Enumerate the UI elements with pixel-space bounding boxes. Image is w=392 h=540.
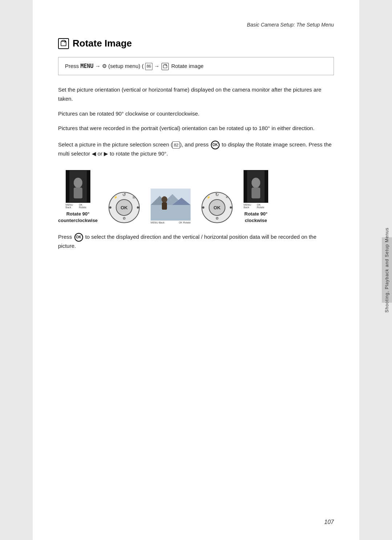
or-text: or xyxy=(98,150,102,157)
svg-rect-24 xyxy=(162,202,167,210)
image-group-2: ↺ ⚡ OK ✿ ⊞ xyxy=(108,191,140,224)
setup-text: (setup menu) ( xyxy=(108,63,144,69)
right-arrow: ▶ xyxy=(104,150,108,157)
footer-back-5: MENU Back xyxy=(244,203,257,209)
svg-point-27 xyxy=(202,206,204,209)
arrow2: → xyxy=(154,63,161,69)
footer-rotate-1: OK Rotate xyxy=(79,203,90,209)
ok-button-icon: OK xyxy=(211,141,220,149)
image-group-5: MENU Back OK Rotate Rotate 90° clockwise xyxy=(244,170,268,224)
svg-text:✿: ✿ xyxy=(123,216,126,220)
select-page-ref: 82 xyxy=(172,141,180,149)
press-ok-text2: to select the displayed direction and th… xyxy=(58,234,317,249)
press-ok-paragraph: Press OK to select the displayed directi… xyxy=(58,233,334,251)
image-group-1: MENU Back OK Rotate Rotate 90° countercl… xyxy=(58,170,98,224)
svg-point-4 xyxy=(74,178,82,188)
page-header: Basic Camera Setup: The Setup Menu xyxy=(58,22,334,28)
svg-rect-7 xyxy=(87,170,90,203)
svg-rect-6 xyxy=(66,170,69,203)
select-text-2: ), and press xyxy=(180,141,208,148)
svg-text:OK: OK xyxy=(213,205,221,210)
label-cw: Rotate 90° clockwise xyxy=(244,211,268,224)
footer-5: MENU Back OK Rotate xyxy=(244,203,268,209)
menu-keyword: MENU xyxy=(81,63,94,69)
sidebar-tab-text: Shooting, Playback and Setup Menus xyxy=(384,227,389,313)
feature-text: Rotate image xyxy=(171,63,204,69)
portrait-left-image xyxy=(66,170,90,203)
svg-text:↺: ↺ xyxy=(122,192,126,197)
feature-icon-inline xyxy=(162,63,169,70)
press-label: Press xyxy=(65,63,79,69)
section-title: Rotate Image xyxy=(58,38,334,49)
images-row: MENU Back OK Rotate Rotate 90° countercl… xyxy=(58,170,334,224)
svg-rect-38 xyxy=(244,170,247,203)
svg-point-28 xyxy=(230,206,232,209)
label-cw-line2: clockwise xyxy=(245,218,267,223)
press-ok-text1: Press xyxy=(58,234,72,240)
footer-rotate-5: OK Rotate xyxy=(257,203,268,209)
ok-circle-btn: OK xyxy=(74,233,83,242)
page-ref: 86 xyxy=(145,63,152,70)
svg-text:⚡: ⚡ xyxy=(114,195,118,200)
left-arrow: ◀ xyxy=(92,150,96,157)
select-text-1: Select a picture in the picture selectio… xyxy=(58,141,172,148)
page-number: 107 xyxy=(324,519,334,525)
rotate-image-icon xyxy=(58,38,69,49)
label-cw-line1: Rotate 90° xyxy=(244,211,268,217)
select-paragraph: Select a picture in the picture selectio… xyxy=(58,140,334,158)
svg-rect-39 xyxy=(265,170,268,203)
body-paragraph-3: Pictures that were recorded in the portr… xyxy=(58,124,334,133)
footer-1: MENU Back OK Rotate xyxy=(66,203,90,209)
svg-point-23 xyxy=(162,196,167,203)
landscape-image xyxy=(151,189,191,221)
svg-text:⚡: ⚡ xyxy=(207,195,211,200)
svg-text:✿: ✿ xyxy=(216,216,219,220)
svg-rect-22 xyxy=(151,205,191,221)
svg-point-11 xyxy=(137,206,139,209)
svg-point-36 xyxy=(252,178,260,188)
sidebar-tab: Shooting, Playback and Setup Menus xyxy=(382,237,392,303)
header-title-text: Basic Camera Setup: The Setup Menu xyxy=(247,22,334,28)
arrow1: → xyxy=(95,63,102,69)
footer-3: MENU Back OK Rotate xyxy=(151,221,191,224)
svg-rect-37 xyxy=(252,188,260,198)
portrait-right-image xyxy=(244,170,268,203)
footer-back-1: MENU Back xyxy=(66,203,79,209)
svg-text:✕: ✕ xyxy=(225,196,228,199)
label-ccw: Rotate 90° counterclockwise xyxy=(58,211,98,224)
dial-right-image: ↻ ⚡ OK ✿ ✕ xyxy=(201,191,233,224)
label-ccw-line2: counterclockwise xyxy=(58,218,98,223)
menu-path-box: Press MENU → ⚙ (setup menu) ( 86 → Rotat… xyxy=(58,57,334,75)
image-group-4: ↻ ⚡ OK ✿ ✕ xyxy=(201,191,233,224)
svg-text:OK: OK xyxy=(121,205,128,210)
body-paragraph-2: Pictures can be rotated 90° clockwise or… xyxy=(58,109,334,118)
label-ccw-line1: Rotate 90° xyxy=(66,211,90,217)
svg-text:⊞: ⊞ xyxy=(132,196,135,199)
dial-left-image: ↺ ⚡ OK ✿ ⊞ xyxy=(108,191,140,224)
svg-point-10 xyxy=(109,206,111,209)
body-paragraph-1: Set the picture orientation (vertical or… xyxy=(58,85,334,104)
select-text-4: to rotate the picture 90°. xyxy=(110,150,168,157)
footer-back-3: MENU Back xyxy=(151,221,164,224)
image-group-3: MENU Back OK Rotate xyxy=(151,189,191,224)
svg-rect-5 xyxy=(74,188,82,198)
setup-icon: ⚙ xyxy=(102,63,107,69)
footer-rotate-3: OK Rotate xyxy=(179,221,191,224)
svg-text:↻: ↻ xyxy=(215,192,219,197)
section-title-text: Rotate Image xyxy=(73,38,132,49)
